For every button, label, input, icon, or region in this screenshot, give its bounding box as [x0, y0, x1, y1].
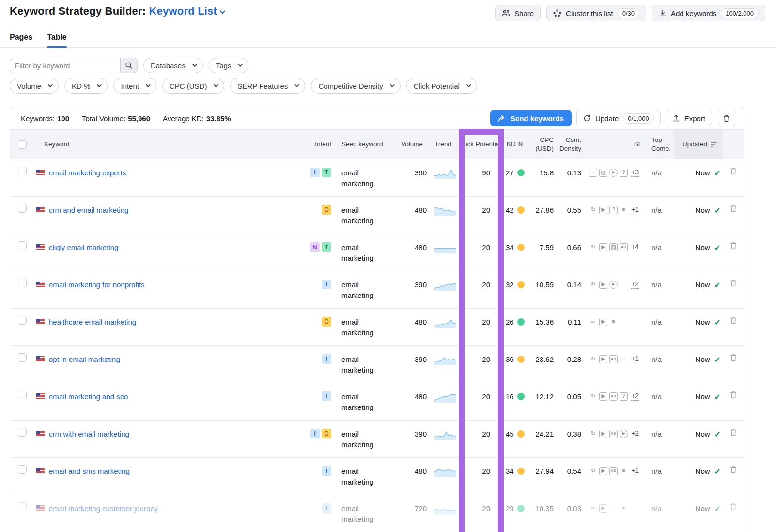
- col-header-intent[interactable]: Intent: [284, 130, 335, 159]
- delete-row-button[interactable]: [729, 502, 737, 511]
- intent-badge-I: I: [322, 280, 331, 289]
- keyword-link[interactable]: opt in email marketing: [49, 354, 120, 365]
- keyword-link[interactable]: crm and email marketing: [49, 205, 128, 216]
- send-arrow-icon: [498, 115, 506, 122]
- row-checkbox[interactable]: [18, 279, 27, 287]
- col-header-updated[interactable]: Updated: [674, 130, 723, 159]
- delete-row-button[interactable]: [729, 316, 737, 325]
- seed-keyword: email marketing: [335, 383, 392, 420]
- kd-value: 27: [506, 168, 514, 178]
- row-checkbox[interactable]: [18, 316, 27, 325]
- serp-more-features[interactable]: +1: [631, 205, 639, 214]
- filter-chip-intent[interactable]: Intent: [113, 78, 156, 94]
- col-header-click-potential[interactable]: Click Potential: [458, 130, 503, 159]
- row-checkbox[interactable]: [18, 353, 27, 362]
- col-header-sf[interactable]: SF: [585, 130, 647, 159]
- table-row: email and sms marketing I email marketin…: [10, 458, 744, 495]
- click-potential-value: 20: [458, 421, 503, 457]
- serp-more-features[interactable]: +2: [631, 392, 639, 401]
- col-header-volume[interactable]: Volume: [392, 130, 427, 159]
- delete-list-button[interactable]: [717, 110, 736, 126]
- keyword-table-card: Keywords:100 Total Volume:55,960 Average…: [10, 107, 744, 532]
- col-header-cpc[interactable]: CPC (USD): [527, 130, 557, 159]
- select-all-checkbox[interactable]: [18, 140, 27, 149]
- share-button[interactable]: Share: [495, 5, 541, 21]
- keyword-link[interactable]: email marketing for nonprofits: [49, 280, 145, 290]
- delete-row-button[interactable]: [729, 167, 737, 175]
- keyword-link[interactable]: email marketing experts: [49, 168, 126, 178]
- delete-row-button[interactable]: [729, 428, 737, 437]
- filter-chip-databases[interactable]: Databases: [143, 58, 203, 73]
- update-button[interactable]: Update 0/1,000: [576, 110, 661, 126]
- delete-row-button[interactable]: [729, 391, 737, 399]
- seed-keyword: email marketing: [335, 271, 392, 308]
- filter-chip-cpc-usd-[interactable]: CPC (USD): [162, 78, 225, 94]
- row-checkbox[interactable]: [18, 204, 27, 213]
- keyword-link[interactable]: crm with email marketing: [49, 429, 129, 439]
- tab-table[interactable]: Table: [47, 33, 67, 47]
- video-carousel-icon: ▶: [609, 169, 618, 177]
- col-header-com-density[interactable]: Com. Density: [557, 130, 585, 159]
- tab-pages[interactable]: Pages: [10, 33, 32, 47]
- keyword-link[interactable]: email marketing and seo: [49, 391, 128, 402]
- col-header-keyword[interactable]: Keyword: [33, 130, 284, 159]
- add-keywords-button[interactable]: Add keywords 100/2,000: [652, 5, 765, 21]
- send-keywords-button[interactable]: Send keywords: [490, 110, 572, 126]
- delete-row-button[interactable]: [729, 279, 737, 287]
- serp-more-features[interactable]: +2: [631, 280, 639, 289]
- video-carousel-icon: ▶: [609, 281, 618, 289]
- row-checkbox[interactable]: [18, 391, 27, 399]
- serp-more-features[interactable]: +4: [631, 243, 639, 251]
- serp-more-features[interactable]: +1: [631, 355, 639, 363]
- seed-keyword: email marketing: [335, 458, 392, 495]
- cluster-this-list-button[interactable]: Cluster this list 0/30: [546, 5, 646, 21]
- intent-badges: NT: [284, 234, 335, 271]
- search-button[interactable]: [120, 58, 138, 73]
- col-header-top-comp[interactable]: Top Comp.: [647, 130, 674, 159]
- row-checkbox[interactable]: [18, 502, 27, 511]
- keyword-link[interactable]: email and sms marketing: [49, 466, 130, 477]
- volume-value: 480: [392, 383, 427, 420]
- seed-keyword: email marketing: [335, 159, 392, 196]
- update-count-badge: 0/1,000: [623, 113, 653, 124]
- filter-chip-competitive-density[interactable]: Competitive Density: [311, 78, 400, 94]
- serp-more-features[interactable]: +2: [631, 429, 639, 438]
- video-icon: ▶: [599, 467, 607, 475]
- filter-chip-serp-features[interactable]: SERP Features: [230, 78, 305, 94]
- refresh-icon: [583, 114, 591, 122]
- filter-chip-kd-[interactable]: KD %: [64, 78, 108, 94]
- filter-chip-tags[interactable]: Tags: [209, 58, 249, 73]
- chevron-down-icon: [390, 82, 395, 87]
- volume-value: 720: [392, 495, 427, 532]
- ads-icon: AD: [609, 355, 618, 363]
- intent-badge-I: I: [310, 429, 320, 438]
- delete-row-button[interactable]: [729, 241, 737, 250]
- keyword-filter-input[interactable]: [10, 58, 120, 73]
- com-density-value: 0.05: [557, 383, 585, 420]
- delete-row-button[interactable]: [729, 204, 737, 213]
- keyword-list-dropdown[interactable]: Keyword List: [149, 5, 224, 17]
- keyword-link[interactable]: cliqly email marketing: [49, 242, 118, 253]
- row-checkbox[interactable]: [18, 428, 27, 437]
- row-checkbox[interactable]: [18, 241, 27, 250]
- row-checkbox[interactable]: [18, 465, 27, 474]
- delete-row-button[interactable]: [729, 353, 737, 362]
- delete-row-button[interactable]: [729, 465, 737, 474]
- intent-badges: I: [284, 383, 335, 420]
- intent-badge-T: T: [322, 168, 331, 177]
- filter-chip-volume[interactable]: Volume: [10, 78, 59, 94]
- serp-more-features[interactable]: +1: [631, 467, 639, 475]
- serp-features: ∞▶≡: [585, 309, 647, 335]
- keyword-link[interactable]: healthcare email marketing: [49, 317, 136, 328]
- filter-chip-click-potential[interactable]: Click Potential: [406, 78, 477, 94]
- export-button[interactable]: Export: [666, 110, 712, 126]
- col-header-seed-keyword[interactable]: Seed keyword: [335, 130, 392, 159]
- col-header-kd[interactable]: KD %: [503, 130, 527, 159]
- intent-badge-N: N: [310, 242, 320, 252]
- serp-more-features[interactable]: +3: [631, 168, 639, 177]
- row-checkbox[interactable]: [18, 167, 27, 175]
- keyword-link[interactable]: email marketing customer journey: [49, 503, 158, 514]
- table-body: email marketing experts IT email marketi…: [10, 159, 744, 532]
- updated-value: Now: [696, 466, 710, 477]
- kd-dot: [517, 244, 525, 251]
